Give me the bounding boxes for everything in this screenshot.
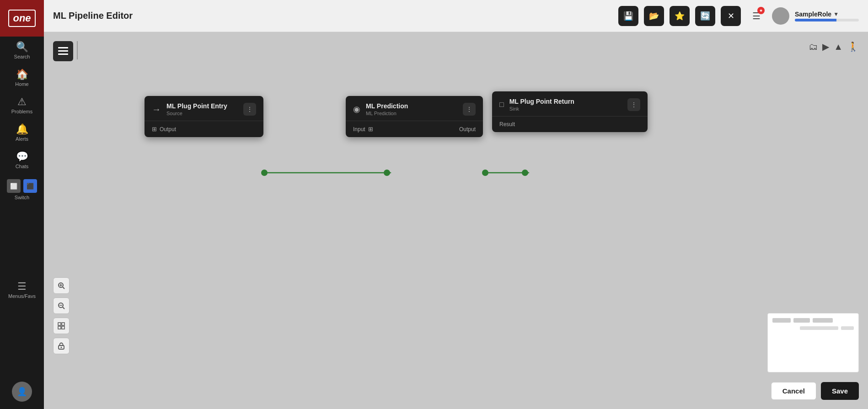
node-return-footer: Result: [492, 116, 648, 132]
node-prediction-menu-button[interactable]: ⋮: [463, 103, 476, 116]
mini-map-content: [768, 313, 858, 335]
node-prediction-input-port: Input ⊞: [353, 126, 373, 133]
canvas-divider: [77, 41, 78, 59]
svg-rect-1: [58, 50, 68, 52]
menu-button[interactable]: ☰ ★: [746, 6, 766, 26]
open-file-button[interactable]: 📂: [644, 6, 664, 26]
svg-rect-2: [58, 53, 68, 55]
zoom-out-button[interactable]: [53, 297, 70, 314]
node-return-title: ML Plug Point Return: [509, 98, 622, 105]
node-entry[interactable]: → ML Plug Point Entry Source ⋮ ⊞ Output: [145, 96, 263, 137]
dropdown-arrow-icon[interactable]: ▼: [833, 11, 839, 17]
problems-icon: ⚠: [17, 97, 27, 107]
switch-icon-active: ⬛: [23, 179, 37, 193]
sidebar: one 🔍 Search 🏠 Home ⚠ Problems 🔔 Alerts …: [0, 0, 44, 409]
close-button[interactable]: ✕: [721, 6, 741, 26]
node-prediction-header: ◉ ML Prediction ML Prediction ⋮: [346, 96, 483, 121]
node-prediction[interactable]: ◉ ML Prediction ML Prediction ⋮ Input ⊞ …: [346, 96, 483, 137]
sidebar-item-chats[interactable]: 💬 Chats: [0, 146, 44, 174]
svg-rect-18: [58, 323, 61, 325]
role-progress-bar: [795, 19, 836, 21]
mini-map-block: [793, 318, 810, 323]
menus-icon: ☰: [17, 282, 27, 292]
sidebar-item-alerts[interactable]: 🔔 Alerts: [0, 119, 44, 146]
node-return-info: ML Plug Point Return Sink: [509, 98, 622, 112]
save-button[interactable]: Save: [821, 382, 859, 400]
sidebar-item-switch[interactable]: ⬜ ⬛ Switch: [0, 174, 44, 205]
topbar-avatar: [772, 7, 789, 25]
node-prediction-footer: Input ⊞ Output: [346, 121, 483, 137]
node-prediction-output-label: Output: [459, 126, 476, 133]
refresh-button[interactable]: 🔄: [695, 6, 715, 26]
person-tool-icon[interactable]: 🚶: [847, 41, 859, 52]
sidebar-item-search[interactable]: 🔍 Search: [0, 37, 44, 64]
node-entry-subtitle: Source: [166, 111, 238, 116]
terminal-tool-icon[interactable]: ▶: [822, 41, 829, 52]
zoom-in-button[interactable]: [53, 277, 70, 294]
role-select-wrapper: SampleRole ▼: [795, 11, 859, 18]
svg-line-16: [63, 307, 64, 309]
node-return[interactable]: □ ML Plug Point Return Sink ⋮ Result: [492, 91, 648, 132]
sidebar-label-search: Search: [14, 54, 30, 59]
svg-point-23: [61, 347, 62, 348]
mini-map-block: [772, 318, 791, 323]
node-prediction-input-label: Input: [353, 126, 365, 133]
zoom-out-icon: [58, 302, 65, 309]
home-icon: 🏠: [16, 69, 28, 80]
connections-svg: [44, 32, 868, 409]
grid-icon: ⊞: [152, 126, 157, 133]
canvas-list-button[interactable]: [53, 41, 73, 61]
sidebar-item-problems[interactable]: ⚠ Problems: [0, 91, 44, 119]
node-return-menu-button[interactable]: ⋮: [627, 98, 640, 111]
chats-icon: 💬: [16, 152, 28, 162]
node-entry-output-port: ⊞ Output: [152, 126, 176, 133]
sidebar-label-alerts: Alerts: [16, 136, 28, 142]
role-section: SampleRole ▼: [795, 11, 859, 21]
lock-icon: [58, 342, 64, 350]
star-button[interactable]: ⭐: [670, 6, 690, 26]
folder-tool-icon[interactable]: 🗂: [809, 42, 818, 52]
page-title: ML Pipeline Editor: [53, 11, 613, 21]
node-return-icon: □: [499, 101, 504, 109]
node-entry-header: → ML Plug Point Entry Source ⋮: [145, 96, 263, 121]
mini-map-block2: [841, 326, 854, 330]
switch-icons: ⬜ ⬛: [7, 179, 37, 193]
role-name: SampleRole: [795, 11, 831, 18]
svg-point-10: [522, 170, 528, 176]
node-return-subtitle: Sink: [509, 106, 622, 112]
role-progress-bar-container: [795, 19, 859, 21]
pipeline-canvas[interactable]: 🗂 ▶ ▲ 🚶 → ML Plug Point Entry: [44, 32, 868, 409]
notification-badge: ★: [757, 7, 765, 14]
node-entry-info: ML Plug Point Entry Source: [166, 102, 238, 116]
app-logo[interactable]: one: [0, 0, 44, 37]
sidebar-label-chats: Chats: [16, 164, 29, 169]
save-file-button[interactable]: 💾: [618, 6, 638, 26]
sidebar-item-home[interactable]: 🏠 Home: [0, 64, 44, 91]
cancel-button[interactable]: Cancel: [771, 382, 816, 400]
svg-rect-20: [58, 326, 61, 329]
svg-rect-21: [62, 326, 64, 329]
canvas-toolbar-tl: [53, 41, 73, 61]
canvas-toolbar-tr: 🗂 ▶ ▲ 🚶: [809, 41, 859, 52]
fit-button[interactable]: [53, 318, 70, 334]
svg-point-9: [482, 170, 488, 176]
node-return-header: □ ML Plug Point Return Sink ⋮: [492, 91, 648, 116]
user-avatar-section[interactable]: 👤: [12, 374, 32, 409]
sidebar-item-menus[interactable]: ☰ Menus/Favs: [0, 276, 44, 303]
user-avatar: 👤: [12, 382, 32, 402]
svg-rect-19: [62, 323, 64, 325]
list-icon: [58, 47, 68, 55]
warning-tool-icon[interactable]: ▲: [834, 42, 843, 52]
main-area: ML Pipeline Editor 💾 📂 ⭐ 🔄 ✕ ☰ ★ SampleR…: [44, 0, 868, 409]
node-prediction-title: ML Prediction: [366, 102, 457, 110]
zoom-in-icon: [58, 282, 65, 289]
logo-text: one: [8, 10, 35, 27]
lock-button[interactable]: [53, 338, 70, 354]
node-entry-menu-button[interactable]: ⋮: [243, 103, 256, 116]
node-entry-title: ML Plug Point Entry: [166, 102, 238, 110]
mini-map-block: [813, 318, 833, 323]
fit-icon: [58, 322, 65, 329]
alerts-icon: 🔔: [16, 124, 28, 134]
sidebar-label-home: Home: [15, 81, 28, 87]
sidebar-label-problems: Problems: [11, 109, 32, 114]
